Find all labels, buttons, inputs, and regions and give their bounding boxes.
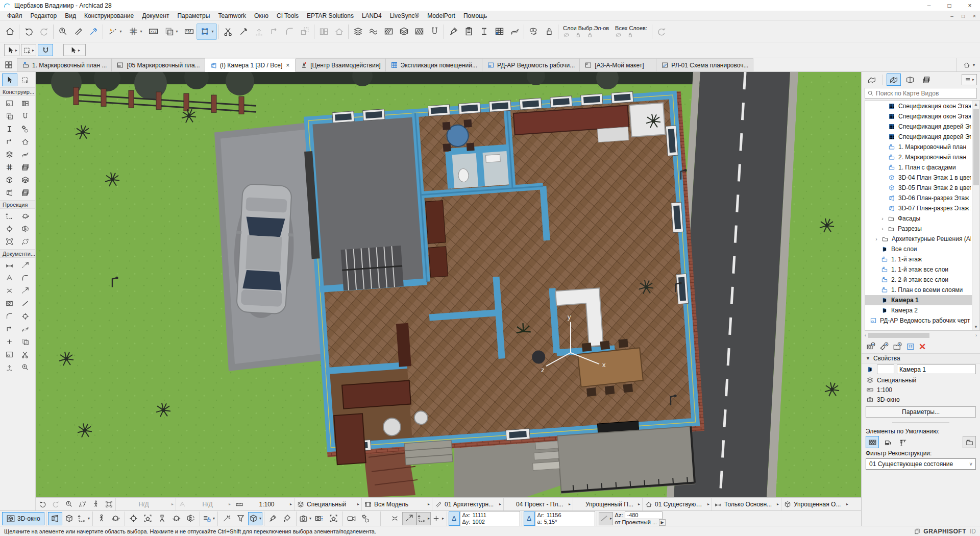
tree-item[interactable]: 3D-07 План-разрез Этаж 2 bbox=[865, 203, 972, 213]
menu-help[interactable]: Помощь bbox=[459, 11, 491, 21]
default-equipment-button[interactable] bbox=[896, 436, 910, 448]
tool-stair[interactable] bbox=[18, 148, 33, 161]
renovation-filter-select[interactable]: 01 Существующее состояние ˅ bbox=[866, 458, 976, 470]
dimensions-control[interactable]: Только Основн...▸ bbox=[712, 498, 781, 510]
tree-item[interactable]: 1. Маркировочный план bbox=[865, 142, 972, 152]
paint-surface-button[interactable] bbox=[266, 512, 280, 525]
add-opening-button[interactable] bbox=[316, 23, 331, 40]
profile-button[interactable] bbox=[427, 23, 442, 40]
tree-item[interactable]: Спецификация дверей Эт bbox=[865, 132, 972, 142]
fit-in-window-button[interactable] bbox=[102, 498, 115, 510]
fill-hatch-button[interactable] bbox=[381, 23, 396, 40]
split-button[interactable] bbox=[220, 23, 236, 40]
viewport-3d-scene[interactable]: y x z bbox=[36, 72, 861, 497]
mesh-button[interactable] bbox=[365, 23, 381, 40]
tool-arrow[interactable] bbox=[2, 74, 17, 86]
tool-zone[interactable] bbox=[18, 174, 33, 186]
tab-close-icon[interactable]: × bbox=[285, 62, 290, 69]
redo-alt-button[interactable] bbox=[654, 23, 669, 40]
tracker-ra-fields[interactable]: Δr:11156 a:5,15° bbox=[535, 511, 595, 526]
menu-design[interactable]: Конструирование bbox=[80, 11, 138, 21]
toolbox-section-document[interactable]: Документи... bbox=[0, 249, 35, 258]
orbit-around-button[interactable] bbox=[169, 512, 184, 525]
explore-walk-button[interactable] bbox=[89, 498, 102, 510]
delete-item-button[interactable]: ✕ bbox=[919, 343, 926, 351]
tool-circle[interactable] bbox=[18, 310, 33, 323]
view-id-field[interactable] bbox=[877, 364, 894, 374]
visibility-toggle-button[interactable] bbox=[526, 23, 541, 40]
building-material-button[interactable] bbox=[396, 23, 411, 40]
3d-window-mode-button[interactable]: 3D-окно bbox=[2, 512, 44, 525]
tool-dimension[interactable] bbox=[2, 259, 17, 272]
orbit-button[interactable] bbox=[76, 498, 89, 510]
tool-lamp[interactable] bbox=[18, 123, 33, 135]
minimize-button[interactable]: – bbox=[919, 0, 939, 11]
structure-display-control[interactable]: Вся Модель▸ bbox=[361, 498, 432, 510]
tool-hotspot[interactable] bbox=[2, 335, 17, 348]
orientation-control[interactable]: Н/Д▸ bbox=[176, 498, 233, 510]
tracker-xy-button[interactable] bbox=[388, 512, 402, 525]
tool-axonometry[interactable] bbox=[2, 210, 17, 223]
photo-render-button[interactable]: ▾ bbox=[298, 512, 312, 525]
menu-view[interactable]: Вид bbox=[61, 11, 80, 21]
mirror-view-button[interactable] bbox=[184, 512, 198, 525]
selection-pointer-option-button[interactable]: ▸ bbox=[4, 44, 19, 56]
view-settings-dialog-button[interactable]: Параметры... bbox=[866, 406, 976, 418]
tree-item[interactable]: 2. Маркировочный план bbox=[865, 152, 972, 162]
new-folder-button[interactable] bbox=[892, 342, 902, 351]
tab-marking-layout-05[interactable]: [05 Маркировочный пла... bbox=[112, 58, 205, 71]
tree-item[interactable]: 1. 1-й этаж все слои bbox=[865, 264, 972, 275]
relative-coords-toggle-ra[interactable]: Δ bbox=[524, 511, 535, 526]
tree-item[interactable]: 3D-04 План Этаж 1 в цвете bbox=[865, 173, 972, 183]
menu-teamwork[interactable]: Teamwork bbox=[214, 11, 250, 21]
relative-coords-toggle-xy[interactable]: Δ bbox=[449, 511, 460, 526]
graphic-override-control[interactable]: Упрощенный П...▸ bbox=[573, 498, 642, 510]
tool-polyline[interactable] bbox=[2, 323, 17, 335]
tree-horizontal-scrollbar[interactable]: ‹› bbox=[865, 332, 977, 339]
resize-button[interactable] bbox=[297, 23, 312, 40]
tool-arc[interactable] bbox=[2, 310, 17, 323]
3d-style-control[interactable]: Упрощенная О...▸ bbox=[781, 498, 850, 510]
tracker-z-fields[interactable]: Δz:-480 от Проектный ...▶ bbox=[613, 511, 668, 526]
tree-item[interactable]: Все слои bbox=[865, 244, 972, 254]
favorites-button[interactable] bbox=[461, 23, 476, 40]
tool-elevation[interactable] bbox=[2, 361, 17, 374]
measure-button[interactable] bbox=[181, 23, 197, 40]
roof-tool-button[interactable] bbox=[331, 23, 347, 40]
render-settings-button[interactable] bbox=[312, 512, 327, 525]
surface-button[interactable] bbox=[411, 23, 427, 40]
view-back-button[interactable] bbox=[36, 498, 49, 510]
tool-vr[interactable] bbox=[18, 235, 33, 248]
paint-button[interactable] bbox=[446, 23, 461, 40]
tool-window[interactable] bbox=[2, 110, 17, 123]
tracker-guides-button[interactable] bbox=[402, 512, 416, 525]
menu-modelport[interactable]: ModelPort bbox=[423, 11, 459, 21]
toolbox-section-design[interactable]: Конструир... bbox=[0, 87, 35, 96]
tool-mesh[interactable] bbox=[2, 186, 17, 199]
intersect-button[interactable] bbox=[266, 23, 282, 40]
project-map-button[interactable] bbox=[865, 74, 879, 86]
defaults-folder-button[interactable] bbox=[963, 436, 976, 448]
doc-minimize-button[interactable]: – bbox=[946, 13, 958, 19]
paint-material-button[interactable] bbox=[280, 512, 295, 525]
filter-3d-button[interactable] bbox=[234, 512, 248, 525]
find-select-button[interactable] bbox=[55, 23, 70, 40]
tool-railing[interactable] bbox=[2, 161, 17, 174]
tool-camera[interactable] bbox=[2, 223, 17, 235]
tool-figure[interactable] bbox=[18, 335, 33, 348]
tool-section[interactable] bbox=[18, 348, 33, 361]
tool-marquee[interactable] bbox=[18, 74, 33, 86]
home-view-button[interactable] bbox=[141, 512, 155, 525]
doc-restore-button[interactable]: □ bbox=[958, 13, 969, 19]
orbit-mode-button[interactable] bbox=[109, 512, 123, 525]
layer-combination-control[interactable]: Специальный▸ bbox=[294, 498, 361, 510]
menu-document[interactable]: Документ bbox=[138, 11, 173, 21]
quick-layout-switcher-button[interactable]: ▾ bbox=[957, 58, 980, 71]
editing-plane-button[interactable] bbox=[197, 23, 217, 40]
menu-land4[interactable]: LAND4 bbox=[358, 11, 386, 21]
axonometry-view-button[interactable] bbox=[62, 512, 77, 525]
show-all-layers-icon[interactable] bbox=[615, 32, 622, 38]
tab-rd-ar-sheet-list[interactable]: РД-АР Ведомость рабочи... bbox=[482, 58, 580, 71]
effects-button[interactable] bbox=[219, 512, 234, 525]
tree-folder[interactable]: ›Разрезы bbox=[865, 224, 972, 234]
